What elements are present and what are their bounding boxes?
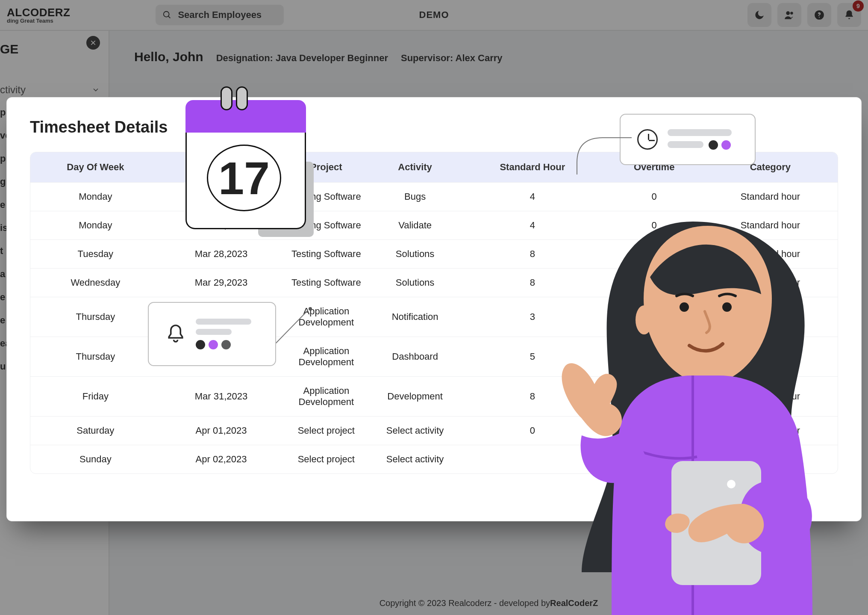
table-cell: Monday xyxy=(30,211,161,239)
table-cell: Thursday xyxy=(30,337,161,376)
table-cell: Development xyxy=(371,376,459,416)
clock-icon xyxy=(637,129,658,150)
table-cell: Bugs xyxy=(371,182,459,211)
table-cell: Friday xyxy=(30,376,161,416)
clock-card xyxy=(620,114,756,165)
table-cell: Select activity xyxy=(371,445,459,473)
table-cell: Validate xyxy=(371,211,459,239)
calendar-illustration: 17 xyxy=(185,86,306,214)
table-cell: Tuesday xyxy=(30,239,161,268)
table-cell: Solutions xyxy=(371,239,459,268)
svg-point-13 xyxy=(727,480,736,488)
table-cell: Wednesday xyxy=(30,268,161,297)
notification-card xyxy=(148,302,276,366)
table-cell: Select project xyxy=(282,416,371,445)
table-cell: Mar 28,2023 xyxy=(161,239,282,268)
table-cell: ApplicationDevelopment xyxy=(282,337,371,376)
table-cell: Select project xyxy=(282,445,371,473)
table-cell: Notification xyxy=(371,297,459,337)
table-cell: Thursday xyxy=(30,297,161,337)
table-cell: Mar 29,2023 xyxy=(161,268,282,297)
table-cell: Monday xyxy=(30,182,161,211)
table-cell: Sunday xyxy=(30,445,161,473)
table-header-cell: Activity xyxy=(371,152,459,182)
table-cell: Select activity xyxy=(371,416,459,445)
calendar-day: 17 xyxy=(207,145,281,211)
table-cell: Apr 02,2023 xyxy=(161,445,282,473)
svg-point-10 xyxy=(722,302,732,312)
table-header-cell: Standard Hour xyxy=(459,152,606,182)
table-cell: Testing Software xyxy=(282,268,371,297)
table-cell: Mar 31,2023 xyxy=(161,376,282,416)
table-cell: Saturday xyxy=(30,416,161,445)
table-cell: ApplicationDevelopment xyxy=(282,376,371,416)
table-cell: ApplicationDevelopment xyxy=(282,297,371,337)
table-cell: Solutions xyxy=(371,268,459,297)
table-header-cell: Day Of Week xyxy=(30,152,161,182)
table-cell: Dashboard xyxy=(371,337,459,376)
svg-point-9 xyxy=(680,302,689,312)
svg-point-11 xyxy=(636,305,653,334)
presenter-illustration xyxy=(539,204,847,615)
table-cell: Testing Software xyxy=(282,239,371,268)
table-cell: Apr 01,2023 xyxy=(161,416,282,445)
bell-outline-icon xyxy=(164,322,187,346)
